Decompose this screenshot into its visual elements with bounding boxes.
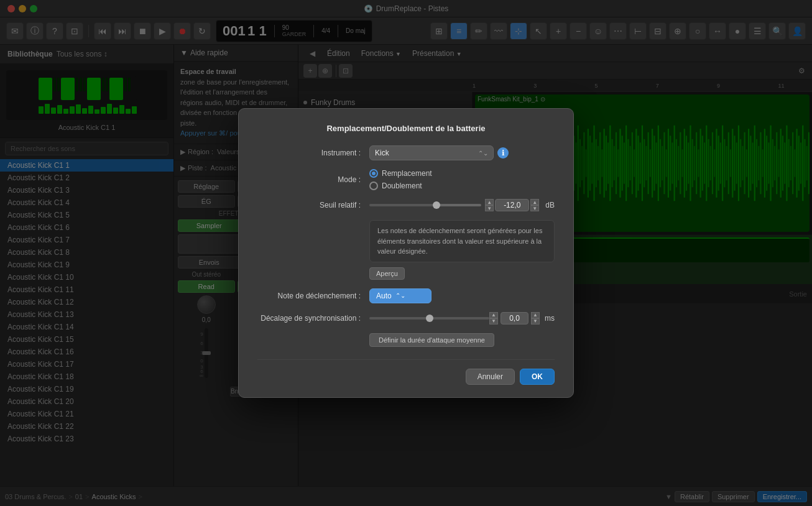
sync-spin-down-2[interactable]: ▼ xyxy=(531,318,540,324)
attack-btn[interactable]: Définir la durée d'attaque moyenne xyxy=(369,333,494,347)
threshold-label: Seuil relatif : xyxy=(257,201,369,209)
dialog-overlay: Remplacement/Doublement de la batterie I… xyxy=(0,0,812,506)
mode-label: Mode : xyxy=(257,175,369,184)
instrument-value-group: Kick ⌃⌄ ℹ xyxy=(369,145,555,160)
attack-container: Définir la durée d'attaque moyenne xyxy=(369,333,555,347)
radio-circle-1 xyxy=(369,169,378,178)
sync-thumb xyxy=(426,315,433,322)
cancel-button[interactable]: Annuler xyxy=(466,369,515,385)
select-chevrons: ⌃⌄ xyxy=(478,150,488,157)
sync-spin-down[interactable]: ▼ xyxy=(489,318,498,324)
drum-replace-dialog: Remplacement/Doublement de la batterie I… xyxy=(238,108,574,398)
dialog-instrument-row: Instrument : Kick ⌃⌄ ℹ xyxy=(257,145,555,160)
spin-down[interactable]: ▼ xyxy=(485,205,494,211)
radio-remplacement[interactable]: Remplacement xyxy=(369,169,432,178)
dialog-threshold-row: Seuil relatif : ▲ ▼ -12,0 ▲ ▼ xyxy=(257,199,555,211)
apercu-container: Aperçu xyxy=(369,267,555,280)
trigger-dropdown[interactable]: Auto ⌃⌄ xyxy=(369,288,431,303)
radio-group: Remplacement Doublement xyxy=(369,169,432,190)
sync-label: Décalage de synchronisation : xyxy=(257,314,369,323)
mode-options: Remplacement Doublement xyxy=(369,169,555,190)
threshold-spinners: ▲ ▼ xyxy=(485,199,494,211)
instrument-label: Instrument : xyxy=(257,149,369,157)
sync-slider[interactable] xyxy=(369,317,489,320)
sync-spinners: ▲ ▼ xyxy=(489,312,498,324)
threshold-value-group: ▲ ▼ -12,0 ▲ ▼ dB xyxy=(369,199,555,211)
dialog-note: Les notes de déclenchement seront généré… xyxy=(369,220,555,262)
threshold-unit: dB xyxy=(545,201,555,209)
dialog-footer: Annuler OK xyxy=(257,359,555,385)
sync-unit: ms xyxy=(545,314,555,323)
dialog-trigger-row: Note de déclenchement : Auto ⌃⌄ xyxy=(257,288,555,303)
spin-down-2[interactable]: ▼ xyxy=(530,205,539,211)
threshold-input-group: ▲ ▼ -12,0 ▲ ▼ xyxy=(485,199,539,211)
instrument-info-btn[interactable]: ℹ xyxy=(497,147,509,159)
sync-input-row: ▲ ▼ ▲ ▼ ms xyxy=(489,312,555,324)
spin-up[interactable]: ▲ xyxy=(485,199,494,205)
radio-circle-2 xyxy=(369,182,378,190)
trigger-value-group: Auto ⌃⌄ xyxy=(369,288,555,303)
threshold-slider[interactable] xyxy=(369,204,481,206)
sync-value-group: ▲ ▼ ▲ ▼ ms xyxy=(369,312,555,324)
radio-dot-1 xyxy=(372,172,376,175)
radio-doublement[interactable]: Doublement xyxy=(369,182,432,190)
dialog-sync-row: Décalage de synchronisation : ▲ ▼ ▲ ▼ ms xyxy=(257,312,555,324)
ok-button[interactable]: OK xyxy=(520,369,555,385)
instrument-select[interactable]: Kick ⌃⌄ xyxy=(369,145,494,160)
trigger-label: Note de déclenchement : xyxy=(257,292,369,300)
threshold-spinners-2: ▲ ▼ xyxy=(530,199,539,211)
apercu-btn[interactable]: Aperçu xyxy=(369,267,405,280)
dropdown-chevrons: ⌃⌄ xyxy=(395,292,405,299)
radio-label-doublement: Doublement xyxy=(382,182,422,190)
sync-input[interactable] xyxy=(501,312,528,324)
radio-label-remplacement: Remplacement xyxy=(382,169,432,178)
sync-spinners-2: ▲ ▼ xyxy=(531,312,540,324)
dialog-mode-row: Mode : Remplacement Doublement xyxy=(257,169,555,190)
threshold-thumb xyxy=(433,201,440,209)
spin-up-2[interactable]: ▲ xyxy=(530,199,539,205)
dialog-title: Remplacement/Doublement de la batterie xyxy=(257,124,555,133)
threshold-input[interactable]: -12,0 xyxy=(495,199,529,211)
sync-spin-up-2[interactable]: ▲ xyxy=(531,312,540,318)
sync-spin-up[interactable]: ▲ xyxy=(489,312,498,318)
